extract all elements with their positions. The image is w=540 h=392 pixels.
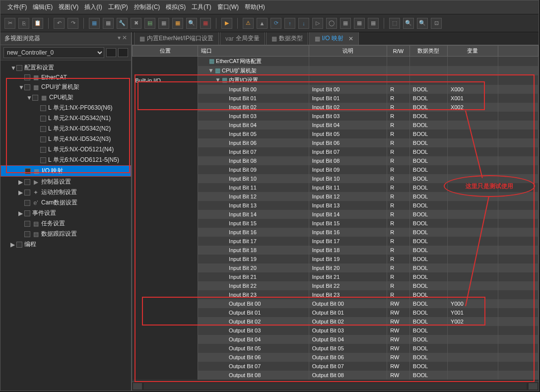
data-row-26[interactable]: Output Bit 02Output Bit 02RWBOOLY002 bbox=[133, 317, 539, 326]
cell-var[interactable]: X000 bbox=[448, 85, 498, 94]
tree-item-9[interactable]: L 单元6:NX-OD6121-5(N5) bbox=[0, 155, 131, 165]
cell-var[interactable] bbox=[448, 326, 498, 335]
data-row-27[interactable]: Output Bit 03Output Bit 03RWBOOL bbox=[133, 326, 539, 335]
col-header-5[interactable]: 变量 bbox=[448, 46, 498, 57]
data-row-4[interactable]: Input Bit 04Input Bit 04RBOOL bbox=[133, 121, 539, 130]
cell-var[interactable] bbox=[448, 228, 498, 237]
data-row-13[interactable]: Input Bit 13Input Bit 13RBOOL bbox=[133, 201, 539, 210]
cell-var[interactable]: X001 bbox=[448, 94, 498, 103]
tab-0[interactable]: ▦内置EtherNet/IP端口设置 bbox=[134, 32, 219, 45]
cell-port[interactable]: Input Bit 22 bbox=[198, 281, 309, 290]
cell-port[interactable]: Output Bit 01 bbox=[198, 308, 309, 317]
col-header-2[interactable]: 说明 bbox=[309, 46, 387, 57]
cell-var[interactable] bbox=[448, 246, 498, 255]
tree-item-15[interactable]: ▤任务设置 bbox=[0, 218, 131, 229]
tool4-icon[interactable]: ▤ bbox=[144, 18, 155, 29]
cell-port[interactable]: Output Bit 03 bbox=[198, 326, 309, 335]
select-icon[interactable]: ⬚ bbox=[389, 18, 400, 29]
data-row-18[interactable]: Input Bit 18Input Bit 18RBOOL bbox=[133, 246, 539, 255]
cell-var[interactable] bbox=[448, 210, 498, 219]
data-row-12[interactable]: Input Bit 12Input Bit 12RBOOL bbox=[133, 192, 539, 201]
col-header-1[interactable]: 端口 bbox=[198, 46, 309, 57]
cell-port[interactable]: Input Bit 06 bbox=[198, 138, 309, 147]
cell-var[interactable] bbox=[448, 290, 498, 299]
cell-var[interactable] bbox=[448, 121, 498, 130]
data-row-11[interactable]: Input Bit 11Input Bit 11RBOOL bbox=[133, 183, 539, 192]
data-row-32[interactable]: Output Bit 08Output Bit 08RWBOOL bbox=[133, 371, 539, 380]
cell-var[interactable] bbox=[448, 281, 498, 290]
cell-port[interactable]: Input Bit 03 bbox=[198, 112, 309, 121]
cell-var[interactable] bbox=[448, 263, 498, 272]
tree-item-3[interactable]: ▼▦CPU机架 bbox=[0, 92, 131, 103]
cell-var[interactable]: Y000 bbox=[448, 299, 498, 308]
cell-port[interactable]: Input Bit 02 bbox=[198, 103, 309, 112]
data-row-15[interactable]: Input Bit 15Input Bit 15RBOOL bbox=[133, 219, 539, 228]
cell-var[interactable] bbox=[448, 353, 498, 362]
tree-item-7[interactable]: L 单元4:NX-ID5342(N3) bbox=[0, 134, 131, 144]
cell-var[interactable] bbox=[448, 237, 498, 246]
paste-icon[interactable]: 📋 bbox=[32, 18, 43, 29]
tree-item-5[interactable]: L 单元2:NX-ID5342(N1) bbox=[0, 113, 131, 124]
cell-port[interactable]: Input Bit 11 bbox=[198, 183, 309, 192]
menu-item-0[interactable]: 文件(F) bbox=[4, 2, 30, 12]
tree-item-0[interactable]: ▼配置和设置 bbox=[0, 63, 131, 73]
cell-var[interactable] bbox=[448, 344, 498, 353]
tree-item-4[interactable]: L 单元1:NX-PF0630(N6) bbox=[0, 103, 131, 113]
menu-item-3[interactable]: 插入(I) bbox=[81, 2, 105, 12]
col-header-4[interactable]: 数据类型 bbox=[409, 46, 447, 57]
play-icon[interactable]: ▶ bbox=[221, 18, 232, 29]
cut-icon[interactable]: ✂ bbox=[4, 18, 15, 29]
cell-port[interactable]: Input Bit 16 bbox=[198, 228, 309, 237]
cell-var[interactable] bbox=[448, 219, 498, 228]
data-row-2[interactable]: Input Bit 02Input Bit 02RBOOLX002 bbox=[133, 103, 539, 112]
cell-var[interactable] bbox=[448, 112, 498, 121]
col-header-6[interactable] bbox=[498, 46, 538, 57]
cell-port[interactable]: Output Bit 00 bbox=[198, 299, 309, 308]
data-row-9[interactable]: Input Bit 09Input Bit 09RBOOL bbox=[133, 165, 539, 174]
data-row-14[interactable]: Input Bit 14Input Bit 14RBOOL bbox=[133, 210, 539, 219]
cell-port[interactable]: Input Bit 23 bbox=[198, 290, 309, 299]
ctrl-icon-1[interactable] bbox=[106, 48, 116, 57]
cell-var[interactable] bbox=[448, 57, 498, 66]
cell-var[interactable] bbox=[448, 147, 498, 156]
data-row-20[interactable]: Input Bit 20Input Bit 20RBOOL bbox=[133, 263, 539, 272]
tab-1[interactable]: var全局变量 bbox=[220, 32, 265, 45]
cell-port[interactable]: Input Bit 14 bbox=[198, 210, 309, 219]
zoom-out-icon[interactable]: 🔍 bbox=[417, 18, 428, 29]
binoculars-icon[interactable]: 🔍 bbox=[186, 18, 197, 29]
cell-port[interactable]: Input Bit 05 bbox=[198, 130, 309, 138]
cell-var[interactable] bbox=[448, 183, 498, 192]
warn-icon[interactable]: ⚠ bbox=[243, 18, 254, 29]
panel-menu-icon[interactable]: ▾ ✕ bbox=[118, 34, 127, 43]
cell-var[interactable]: Y001 bbox=[448, 308, 498, 317]
data-row-28[interactable]: Output Bit 04Output Bit 04RWBOOL bbox=[133, 335, 539, 344]
horizontal-scrollbar[interactable] bbox=[132, 382, 539, 391]
cell-var[interactable] bbox=[448, 255, 498, 263]
tool8-icon[interactable]: ▷ bbox=[312, 18, 323, 29]
data-row-29[interactable]: Output Bit 05Output Bit 05RWBOOL bbox=[133, 344, 539, 353]
cell-port[interactable]: Input Bit 00 bbox=[198, 85, 309, 94]
data-row-23[interactable]: Input Bit 23Input Bit 23RBOOL bbox=[133, 290, 539, 299]
tool10-icon[interactable]: ▦ bbox=[340, 18, 351, 29]
header-row-0[interactable]: ▦EtherCAT网络配置 bbox=[133, 57, 539, 66]
cell-var[interactable] bbox=[448, 130, 498, 138]
data-row-16[interactable]: Input Bit 16Input Bit 16RBOOL bbox=[133, 228, 539, 237]
cell-var[interactable]: X002 bbox=[448, 103, 498, 112]
redo-icon[interactable]: ↷ bbox=[68, 18, 78, 29]
cell-port[interactable]: Input Bit 09 bbox=[198, 165, 309, 174]
menu-item-7[interactable]: 工具(T) bbox=[189, 2, 214, 12]
scroll-left-btn[interactable] bbox=[133, 383, 142, 390]
tool3-icon[interactable]: ✖ bbox=[131, 18, 141, 29]
menu-item-6[interactable]: 模拟(S) bbox=[163, 2, 189, 12]
cell-port[interactable]: Input Bit 08 bbox=[198, 156, 309, 165]
cell-port[interactable]: Output Bit 06 bbox=[198, 353, 309, 362]
cell-var[interactable] bbox=[448, 174, 498, 183]
tree-item-8[interactable]: L 单元5:NX-OD5121(N4) bbox=[0, 144, 131, 155]
cell-port[interactable]: Input Bit 21 bbox=[198, 272, 309, 281]
cell-port[interactable]: Input Bit 04 bbox=[198, 121, 309, 130]
data-row-0[interactable]: Input Bit 00Input Bit 00RBOOLX000 bbox=[133, 85, 539, 94]
cell-port[interactable]: Input Bit 01 bbox=[198, 94, 309, 103]
tree-item-12[interactable]: ▶✦运动控制设置 bbox=[0, 187, 131, 197]
tree-item-16[interactable]: ▤数据跟踪设置 bbox=[0, 229, 131, 239]
tab-2[interactable]: ▦数据类型 bbox=[266, 32, 308, 45]
